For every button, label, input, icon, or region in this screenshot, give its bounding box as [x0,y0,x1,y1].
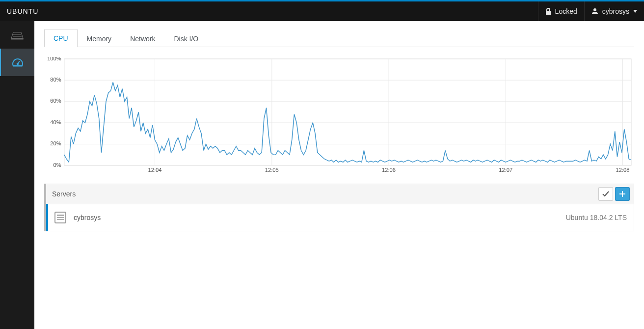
tabs: CPU Memory Network Disk I/O [44,29,634,47]
cpu-chart: 0%20%40%60%80%100%12:0412:0512:0612:0712… [44,57,634,175]
svg-text:80%: 80% [50,77,61,82]
host-icon [54,211,67,224]
user-icon [591,8,598,15]
svg-rect-26 [57,215,64,216]
tab-network[interactable]: Network [121,29,164,47]
svg-text:12:08: 12:08 [616,167,630,173]
svg-text:12:04: 12:04 [148,167,162,173]
add-server-button[interactable] [615,187,630,201]
svg-text:60%: 60% [50,98,61,104]
tab-label: Network [130,35,155,43]
server-name: cybrosys [74,214,559,221]
tab-label: Memory [87,35,112,43]
svg-text:12:06: 12:06 [382,167,396,173]
servers-panel: Servers [44,184,634,231]
tab-cpu[interactable]: CPU [44,29,78,47]
sidebar-item-dashboard[interactable] [0,49,34,76]
dashboard-icon [11,57,24,67]
app-title: UBUNTU [7,7,38,15]
confirm-button[interactable] [598,187,613,201]
sidebar-item-system[interactable] [0,21,34,49]
lock-button[interactable]: Locked [538,1,584,21]
tab-label: CPU [54,34,68,42]
plus-icon [619,191,625,197]
main-content: CPU Memory Network Disk I/O 0%20%40%60%8… [34,21,644,329]
svg-rect-27 [57,217,64,218]
tab-memory[interactable]: Memory [78,29,121,47]
svg-text:12:05: 12:05 [265,167,279,173]
tab-label: Disk I/O [174,35,198,43]
check-icon [602,191,609,197]
svg-rect-2 [64,59,631,165]
lock-label: Locked [555,7,577,15]
user-menu[interactable]: cybrosys [584,1,644,21]
lock-icon [545,8,551,15]
sidebar [0,21,34,329]
server-stack-icon [10,30,24,40]
tab-diskio[interactable]: Disk I/O [164,29,208,47]
svg-text:20%: 20% [50,141,61,147]
svg-rect-28 [57,219,64,220]
server-os: Ubuntu 18.04.2 LTS [566,214,627,221]
chevron-down-icon [633,10,637,13]
server-row[interactable]: cybrosys Ubuntu 18.04.2 LTS [48,204,634,231]
svg-rect-1 [18,61,20,64]
topbar: UBUNTU Locked cybrosys [0,1,644,21]
svg-text:12:07: 12:07 [499,167,512,173]
svg-text:0%: 0% [53,162,61,168]
svg-text:100%: 100% [47,57,61,61]
servers-title: Servers [52,190,596,198]
servers-header: Servers [46,184,634,204]
svg-text:40%: 40% [50,119,61,125]
user-label: cybrosys [602,7,629,15]
